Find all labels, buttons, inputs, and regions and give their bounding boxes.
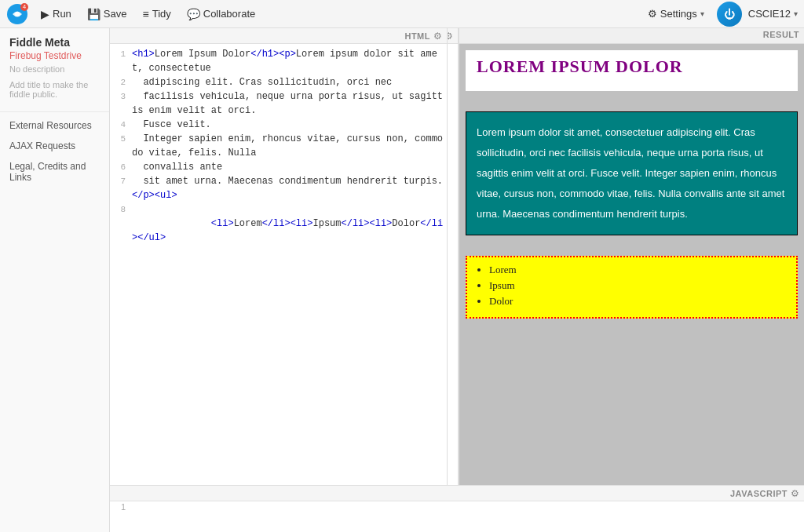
- rendered-ul: Lorem Ipsum Dolor: [466, 256, 798, 319]
- run-icon: ▶: [41, 8, 49, 20]
- html-line-5: 5 Integer sapien enim, rhoncus vitae, cu…: [110, 132, 447, 160]
- result-panel: RESULT Lorem Ipsum Dolor Lorem ipsum dol…: [459, 28, 804, 485]
- add-title-link[interactable]: Add title to make the fiddle public.: [0, 80, 109, 108]
- js-settings-icon[interactable]: ⚙: [791, 488, 799, 499]
- html-editor-header: HTML ⚙: [110, 28, 447, 44]
- save-icon: 💾: [87, 8, 100, 20]
- html-editor-panel: HTML ⚙ 1 <h1>Lorem Ipsum Dolor</h1><p>Lo…: [110, 28, 448, 485]
- sidebar-subtitle: Firebug Testdrive: [0, 50, 109, 64]
- sidebar: Fiddle Meta Firebug Testdrive No descrip…: [0, 28, 110, 532]
- html-line-3: 3 facilisis vehicula, neque urna porta r…: [110, 89, 447, 118]
- css-settings-icon[interactable]: ⚙: [448, 31, 453, 42]
- sidebar-title: Fiddle Meta: [0, 36, 109, 50]
- rendered-body: Lorem Ipsum Dolor Lorem ipsum dolor sit …: [459, 44, 804, 485]
- save-button[interactable]: 💾 Save: [81, 5, 133, 24]
- html-line-6: 6 convallis ante: [110, 160, 447, 174]
- html-settings-icon[interactable]: ⚙: [433, 31, 442, 42]
- js-lang-label: JAVASCRIPT: [730, 489, 788, 498]
- list-item: Ipsum: [489, 279, 790, 292]
- html-line-1: 1 <h1>Lorem Ipsum Dolor</h1><p>Lorem ips…: [110, 47, 447, 75]
- css-line-3: 3 font-family: calibri, arial, helvetica…: [448, 259, 458, 485]
- css-line-1: 1 body {: [448, 47, 458, 118]
- sidebar-item-legal[interactable]: Legal, Credits and Links: [0, 156, 109, 188]
- sidebar-divider: [0, 111, 109, 112]
- sidebar-item-ajax-requests[interactable]: AJAX Requests: [0, 136, 109, 156]
- html-line-7: 7 sit amet urna. Maecenas condimentum he…: [110, 174, 447, 202]
- list-item: Lorem: [489, 264, 790, 276]
- js-editor-panel: JAVASCRIPT ⚙ 1: [110, 485, 804, 532]
- css-editor-header: CSS ⚙: [448, 28, 458, 44]
- run-button[interactable]: ▶ Run: [35, 5, 78, 24]
- logo[interactable]: 4: [6, 3, 28, 25]
- collaborate-button[interactable]: 💬 Collaborate: [181, 5, 262, 24]
- power-button[interactable]: ⏻: [717, 2, 742, 27]
- sidebar-item-external-resources[interactable]: External Resources: [0, 115, 109, 136]
- html-editor-content[interactable]: 1 <h1>Lorem Ipsum Dolor</h1><p>Lorem ips…: [110, 44, 447, 485]
- js-editor-content[interactable]: 1: [110, 501, 804, 532]
- settings-gear-icon: ⚙: [648, 8, 657, 20]
- notification-badge: 4: [20, 3, 28, 11]
- css-line-2: 2 background-color: silver;: [448, 118, 458, 259]
- css-editor-content[interactable]: 1 body { 2 background-color: silver; 3 f…: [448, 44, 458, 485]
- sidebar-description: No description: [0, 64, 109, 80]
- collaborate-icon: 💬: [187, 8, 200, 20]
- html-lang-label: HTML: [404, 31, 430, 41]
- tidy-icon: ≡: [143, 8, 149, 20]
- html-line-8: 8 <li>Lorem</li><li>Ipsum</li><li>Dolor<…: [110, 202, 447, 259]
- toolbar: 4 ▶ Run 💾 Save ≡ Tidy 💬 Collaborate ⚙ Se…: [0, 0, 804, 28]
- user-menu[interactable]: CSCIE12 ▾: [748, 8, 798, 20]
- settings-chevron-icon: ▾: [700, 9, 704, 18]
- result-label: RESULT: [763, 30, 799, 42]
- svg-point-1: [15, 12, 20, 16]
- js-editor-header: JAVASCRIPT ⚙: [110, 486, 804, 501]
- main-content: Fiddle Meta Firebug Testdrive No descrip…: [0, 28, 804, 532]
- html-line-4: 4 Fusce velit.: [110, 118, 447, 132]
- list-item: Dolor: [489, 295, 790, 308]
- js-line-1: 1: [110, 501, 804, 512]
- tidy-button[interactable]: ≡ Tidy: [137, 5, 177, 24]
- css-editor-panel: CSS ⚙ 1 body { 2 background-color: silve…: [448, 28, 459, 485]
- rendered-h1: Lorem Ipsum Dolor: [472, 53, 791, 80]
- user-chevron-icon: ▾: [794, 9, 798, 18]
- rendered-p: Lorem ipsum dolor sit amet, consectetuer…: [466, 111, 798, 235]
- settings-button[interactable]: ⚙ Settings ▾: [641, 5, 711, 23]
- result-header: RESULT: [459, 28, 804, 44]
- result-content: Lorem Ipsum Dolor Lorem ipsum dolor sit …: [459, 44, 804, 485]
- html-line-2: 2 adipiscing elit. Cras sollicitudin, or…: [110, 75, 447, 89]
- power-icon: ⏻: [724, 8, 735, 20]
